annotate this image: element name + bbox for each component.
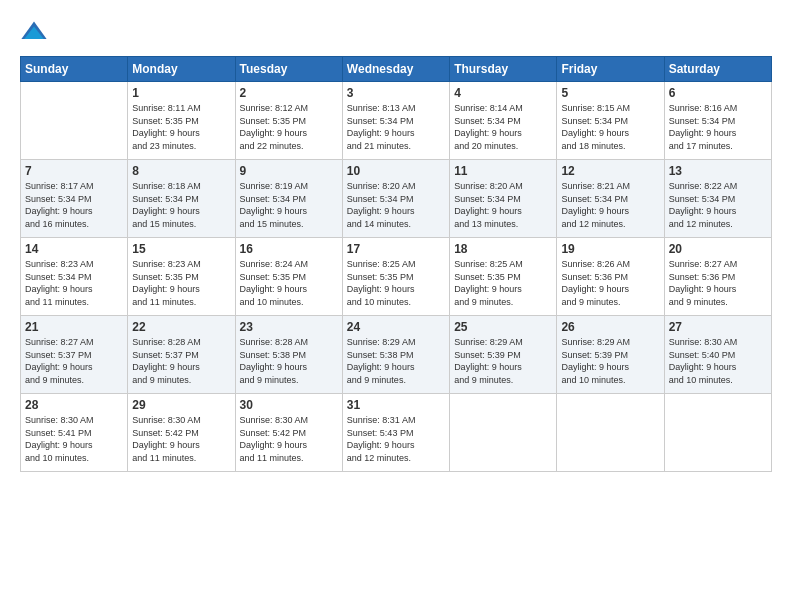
day-info: Sunrise: 8:13 AM Sunset: 5:34 PM Dayligh… [347, 102, 445, 152]
calendar-cell: 25Sunrise: 8:29 AM Sunset: 5:39 PM Dayli… [450, 316, 557, 394]
calendar-week-row: 1Sunrise: 8:11 AM Sunset: 5:35 PM Daylig… [21, 82, 772, 160]
day-info: Sunrise: 8:14 AM Sunset: 5:34 PM Dayligh… [454, 102, 552, 152]
day-number: 28 [25, 398, 123, 412]
day-info: Sunrise: 8:28 AM Sunset: 5:38 PM Dayligh… [240, 336, 338, 386]
day-info: Sunrise: 8:30 AM Sunset: 5:40 PM Dayligh… [669, 336, 767, 386]
day-number: 8 [132, 164, 230, 178]
calendar-cell: 3Sunrise: 8:13 AM Sunset: 5:34 PM Daylig… [342, 82, 449, 160]
day-info: Sunrise: 8:18 AM Sunset: 5:34 PM Dayligh… [132, 180, 230, 230]
day-info: Sunrise: 8:16 AM Sunset: 5:34 PM Dayligh… [669, 102, 767, 152]
weekday-row: SundayMondayTuesdayWednesdayThursdayFrid… [21, 57, 772, 82]
calendar-cell: 29Sunrise: 8:30 AM Sunset: 5:42 PM Dayli… [128, 394, 235, 472]
calendar-cell [664, 394, 771, 472]
day-number: 18 [454, 242, 552, 256]
day-number: 21 [25, 320, 123, 334]
day-number: 7 [25, 164, 123, 178]
calendar-cell: 9Sunrise: 8:19 AM Sunset: 5:34 PM Daylig… [235, 160, 342, 238]
day-info: Sunrise: 8:30 AM Sunset: 5:41 PM Dayligh… [25, 414, 123, 464]
day-number: 13 [669, 164, 767, 178]
calendar-cell: 24Sunrise: 8:29 AM Sunset: 5:38 PM Dayli… [342, 316, 449, 394]
calendar-cell: 31Sunrise: 8:31 AM Sunset: 5:43 PM Dayli… [342, 394, 449, 472]
day-number: 26 [561, 320, 659, 334]
calendar-body: 1Sunrise: 8:11 AM Sunset: 5:35 PM Daylig… [21, 82, 772, 472]
day-number: 27 [669, 320, 767, 334]
day-number: 3 [347, 86, 445, 100]
weekday-header-sunday: Sunday [21, 57, 128, 82]
day-info: Sunrise: 8:29 AM Sunset: 5:39 PM Dayligh… [454, 336, 552, 386]
day-info: Sunrise: 8:17 AM Sunset: 5:34 PM Dayligh… [25, 180, 123, 230]
day-info: Sunrise: 8:24 AM Sunset: 5:35 PM Dayligh… [240, 258, 338, 308]
day-number: 5 [561, 86, 659, 100]
calendar-cell: 28Sunrise: 8:30 AM Sunset: 5:41 PM Dayli… [21, 394, 128, 472]
day-number: 30 [240, 398, 338, 412]
weekday-header-thursday: Thursday [450, 57, 557, 82]
day-number: 17 [347, 242, 445, 256]
day-number: 25 [454, 320, 552, 334]
day-number: 1 [132, 86, 230, 100]
day-number: 6 [669, 86, 767, 100]
day-info: Sunrise: 8:30 AM Sunset: 5:42 PM Dayligh… [240, 414, 338, 464]
day-info: Sunrise: 8:26 AM Sunset: 5:36 PM Dayligh… [561, 258, 659, 308]
calendar-header: SundayMondayTuesdayWednesdayThursdayFrid… [21, 57, 772, 82]
day-info: Sunrise: 8:27 AM Sunset: 5:36 PM Dayligh… [669, 258, 767, 308]
calendar-cell: 15Sunrise: 8:23 AM Sunset: 5:35 PM Dayli… [128, 238, 235, 316]
calendar-cell [21, 82, 128, 160]
day-info: Sunrise: 8:21 AM Sunset: 5:34 PM Dayligh… [561, 180, 659, 230]
day-number: 16 [240, 242, 338, 256]
calendar-cell: 20Sunrise: 8:27 AM Sunset: 5:36 PM Dayli… [664, 238, 771, 316]
calendar-cell: 22Sunrise: 8:28 AM Sunset: 5:37 PM Dayli… [128, 316, 235, 394]
calendar-cell: 10Sunrise: 8:20 AM Sunset: 5:34 PM Dayli… [342, 160, 449, 238]
day-number: 9 [240, 164, 338, 178]
page: SundayMondayTuesdayWednesdayThursdayFrid… [0, 0, 792, 612]
calendar-cell: 23Sunrise: 8:28 AM Sunset: 5:38 PM Dayli… [235, 316, 342, 394]
calendar-cell: 1Sunrise: 8:11 AM Sunset: 5:35 PM Daylig… [128, 82, 235, 160]
day-number: 20 [669, 242, 767, 256]
calendar-cell: 13Sunrise: 8:22 AM Sunset: 5:34 PM Dayli… [664, 160, 771, 238]
calendar-week-row: 14Sunrise: 8:23 AM Sunset: 5:34 PM Dayli… [21, 238, 772, 316]
calendar-cell: 19Sunrise: 8:26 AM Sunset: 5:36 PM Dayli… [557, 238, 664, 316]
day-info: Sunrise: 8:22 AM Sunset: 5:34 PM Dayligh… [669, 180, 767, 230]
day-info: Sunrise: 8:20 AM Sunset: 5:34 PM Dayligh… [347, 180, 445, 230]
day-info: Sunrise: 8:15 AM Sunset: 5:34 PM Dayligh… [561, 102, 659, 152]
weekday-header-friday: Friday [557, 57, 664, 82]
day-info: Sunrise: 8:20 AM Sunset: 5:34 PM Dayligh… [454, 180, 552, 230]
calendar-cell: 14Sunrise: 8:23 AM Sunset: 5:34 PM Dayli… [21, 238, 128, 316]
day-info: Sunrise: 8:25 AM Sunset: 5:35 PM Dayligh… [347, 258, 445, 308]
calendar-week-row: 21Sunrise: 8:27 AM Sunset: 5:37 PM Dayli… [21, 316, 772, 394]
day-number: 4 [454, 86, 552, 100]
day-info: Sunrise: 8:19 AM Sunset: 5:34 PM Dayligh… [240, 180, 338, 230]
day-number: 24 [347, 320, 445, 334]
calendar-cell [450, 394, 557, 472]
day-info: Sunrise: 8:31 AM Sunset: 5:43 PM Dayligh… [347, 414, 445, 464]
day-info: Sunrise: 8:30 AM Sunset: 5:42 PM Dayligh… [132, 414, 230, 464]
weekday-header-tuesday: Tuesday [235, 57, 342, 82]
calendar-week-row: 28Sunrise: 8:30 AM Sunset: 5:41 PM Dayli… [21, 394, 772, 472]
day-number: 15 [132, 242, 230, 256]
day-number: 14 [25, 242, 123, 256]
day-info: Sunrise: 8:11 AM Sunset: 5:35 PM Dayligh… [132, 102, 230, 152]
day-info: Sunrise: 8:28 AM Sunset: 5:37 PM Dayligh… [132, 336, 230, 386]
weekday-header-monday: Monday [128, 57, 235, 82]
day-info: Sunrise: 8:29 AM Sunset: 5:39 PM Dayligh… [561, 336, 659, 386]
calendar-table: SundayMondayTuesdayWednesdayThursdayFrid… [20, 56, 772, 472]
day-info: Sunrise: 8:29 AM Sunset: 5:38 PM Dayligh… [347, 336, 445, 386]
calendar-cell: 8Sunrise: 8:18 AM Sunset: 5:34 PM Daylig… [128, 160, 235, 238]
day-number: 29 [132, 398, 230, 412]
day-info: Sunrise: 8:23 AM Sunset: 5:34 PM Dayligh… [25, 258, 123, 308]
day-info: Sunrise: 8:23 AM Sunset: 5:35 PM Dayligh… [132, 258, 230, 308]
calendar-cell: 12Sunrise: 8:21 AM Sunset: 5:34 PM Dayli… [557, 160, 664, 238]
calendar-cell: 26Sunrise: 8:29 AM Sunset: 5:39 PM Dayli… [557, 316, 664, 394]
calendar-cell: 7Sunrise: 8:17 AM Sunset: 5:34 PM Daylig… [21, 160, 128, 238]
day-number: 12 [561, 164, 659, 178]
header [20, 18, 772, 46]
day-info: Sunrise: 8:25 AM Sunset: 5:35 PM Dayligh… [454, 258, 552, 308]
day-number: 10 [347, 164, 445, 178]
calendar-cell: 21Sunrise: 8:27 AM Sunset: 5:37 PM Dayli… [21, 316, 128, 394]
day-number: 31 [347, 398, 445, 412]
day-number: 11 [454, 164, 552, 178]
day-number: 2 [240, 86, 338, 100]
weekday-header-wednesday: Wednesday [342, 57, 449, 82]
weekday-header-saturday: Saturday [664, 57, 771, 82]
day-info: Sunrise: 8:27 AM Sunset: 5:37 PM Dayligh… [25, 336, 123, 386]
calendar-cell: 5Sunrise: 8:15 AM Sunset: 5:34 PM Daylig… [557, 82, 664, 160]
